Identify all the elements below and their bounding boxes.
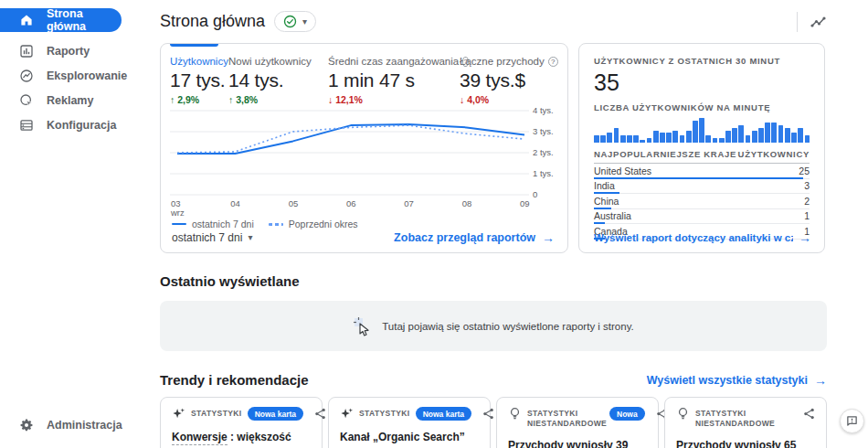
insight-category: STATYSTYKI NIESTANDARDOWE	[695, 407, 798, 429]
page-header: Strona główna ▾	[160, 0, 827, 43]
users-per-minute-chart	[594, 118, 810, 143]
explore-icon	[18, 68, 35, 84]
minute-bar	[693, 121, 698, 143]
share-icon[interactable]	[803, 407, 815, 420]
metric-new-users[interactable]: Nowi użytkownicy 14 tys. ↑ 3,8%	[228, 56, 328, 105]
countries-table-header: NAJPOPULARNIEJSZE KRAJE UŻYTKOWNICY	[594, 149, 810, 164]
metric-delta: ↓ 4,0%	[460, 94, 558, 105]
sidebar-item-advertising[interactable]: Reklamy	[0, 88, 155, 112]
minute-bar	[680, 135, 685, 143]
minute-bar	[719, 138, 725, 143]
page-title: Strona główna	[160, 12, 265, 31]
metric-total-revenue[interactable]: Łączne przychody? 39 tys.$ ↓ 4,0%	[460, 56, 558, 105]
minute-bar	[627, 135, 632, 143]
users-per-minute-label: LICZBA UŻYTKOWNIKÓW NA MINUTĘ	[594, 102, 810, 112]
insights-header: Trendy i rekomendacje Wyświetl wszystkie…	[160, 372, 827, 388]
svg-text:2 tys.: 2 tys.	[533, 147, 554, 157]
insight-title: Konwersje : większość (34,34%) pochodził…	[172, 429, 311, 448]
country-users: 2	[804, 196, 810, 207]
insight-card-conversions[interactable]: STATYSTYKI Nowa karta Konwersje : większ…	[160, 397, 323, 448]
users-trend-chart: 4 tys.3 tys.2 tys.1 tys.003wrz0405060708…	[170, 105, 558, 219]
insight-category: STATYSTYKI NIESTANDARDOWE	[527, 407, 604, 429]
metric-value: 14 tys.	[228, 69, 328, 91]
svg-text:0: 0	[533, 189, 537, 199]
home-icon	[18, 12, 35, 28]
insight-category: STATYSTYKI	[191, 407, 242, 419]
minute-bar	[725, 131, 731, 144]
minute-bar	[705, 135, 711, 143]
minute-bar	[600, 135, 606, 143]
metric-users[interactable]: Użytkownicy 17 tys. ↑ 2,9%	[170, 56, 228, 105]
metric-label: Nowi użytkownicy	[228, 56, 328, 67]
minute-bar	[778, 125, 784, 143]
bulb-icon	[508, 407, 522, 421]
help-icon[interactable]: ?	[548, 57, 558, 67]
active-metric-tab-indicator	[170, 44, 218, 47]
sidebar-item-explore[interactable]: Eksplorowanie	[0, 63, 155, 88]
configure-icon	[18, 117, 35, 133]
gear-icon	[18, 417, 35, 433]
recently-viewed-empty-state: Tutaj pojawią się ostatnio wyświetlone r…	[160, 301, 827, 351]
realtime-title: UŻYTKOWNICY Z OSTATNICH 30 MINUT	[594, 56, 810, 66]
new-card-badge: Nowa karta	[416, 407, 471, 421]
share-icon[interactable]	[482, 407, 494, 420]
svg-text:08: 08	[462, 198, 472, 208]
minute-bar	[798, 128, 803, 143]
svg-text:04: 04	[230, 198, 240, 208]
property-status-pill[interactable]: ▾	[274, 11, 316, 32]
svg-text:06: 06	[346, 198, 356, 208]
insights-icon[interactable]	[810, 14, 827, 30]
share-icon[interactable]	[314, 407, 326, 420]
insight-title: Przychody wyniosły 65 265,30 zł	[676, 437, 815, 448]
minute-bar	[614, 128, 619, 143]
minute-bar	[699, 118, 704, 143]
chevron-down-icon: ▾	[248, 233, 252, 242]
minute-bar	[620, 135, 626, 143]
sidebar-item-admin[interactable]: Administracja	[0, 412, 155, 437]
minute-bar	[791, 133, 797, 143]
minute-bar	[805, 135, 810, 143]
insight-card-revenue-new[interactable]: STATYSTYKI NIESTANDARDOWE Nowa Przychody…	[496, 397, 659, 448]
metric-value: 39 tys.$	[460, 69, 558, 91]
countries-column-header: NAJPOPULARNIEJSZE KRAJE	[594, 149, 736, 159]
bulb-icon	[676, 407, 690, 421]
metric-value: 17 tys.	[170, 69, 228, 91]
country-users: 1	[804, 210, 810, 221]
insight-title: Kanał „Organic Search” pojawił się jako …	[340, 429, 479, 448]
reports-snapshot-link[interactable]: Zobacz przegląd raportów →	[394, 231, 555, 244]
sidebar-item-configure[interactable]: Konfiguracja	[0, 112, 155, 137]
overview-card-footer: ostatnich 7 dni ▾ Zobacz przegląd raport…	[172, 231, 555, 244]
sidebar-item-home[interactable]: Strona główna	[0, 8, 122, 32]
insight-card-revenue[interactable]: STATYSTYKI NIESTANDARDOWE Przychody wyni…	[664, 397, 827, 448]
svg-text:1 tys.: 1 tys.	[533, 168, 554, 178]
metric-delta: ↓ 12,1%	[328, 94, 460, 105]
recently-viewed-empty-text: Tutaj pojawią się ostatnio wyświetlone r…	[382, 321, 633, 332]
country-name: China	[594, 196, 619, 207]
realtime-report-link[interactable]: Wyświetl raport dotyczący analityki w cz…	[594, 231, 811, 244]
minute-bar	[594, 135, 599, 143]
chart-legend: ostatnich 7 dni Poprzedni okres	[170, 219, 558, 229]
insight-card-organic-search[interactable]: STATYSTYKI Nowa karta Kanał „Organic Sea…	[328, 397, 491, 448]
minute-bar	[785, 128, 790, 143]
date-range-selector[interactable]: ostatnich 7 dni ▾	[172, 231, 252, 244]
minute-bar	[666, 133, 672, 143]
metric-label: Średni czas zaangażowania?	[328, 56, 460, 67]
minute-bar	[771, 123, 777, 143]
minute-bar	[713, 138, 718, 143]
metric-delta: ↑ 3,8%	[228, 94, 328, 105]
header-divider	[797, 12, 798, 32]
country-users: 3	[804, 180, 810, 191]
sidebar-item-label: Administracja	[47, 419, 122, 432]
feedback-button[interactable]	[840, 409, 864, 433]
minute-bar	[686, 131, 692, 144]
metric-engagement-time[interactable]: Średni czas zaangażowania? 1 min 47 s ↓ …	[328, 56, 460, 105]
country-users: 25	[799, 165, 810, 176]
users-column-header: UŻYTKOWNICY	[738, 149, 810, 159]
minute-bar	[607, 133, 612, 143]
metric-delta: ↑ 2,9%	[170, 94, 228, 105]
sidebar-item-reports[interactable]: Raporty	[0, 38, 155, 63]
view-all-insights-link[interactable]: Wyświetl wszystkie statystyki →	[647, 374, 827, 387]
sidebar: Strona główna Raporty Eksplorowanie Rekl…	[0, 0, 155, 448]
svg-text:wrz: wrz	[170, 208, 185, 218]
svg-text:07: 07	[404, 198, 414, 208]
